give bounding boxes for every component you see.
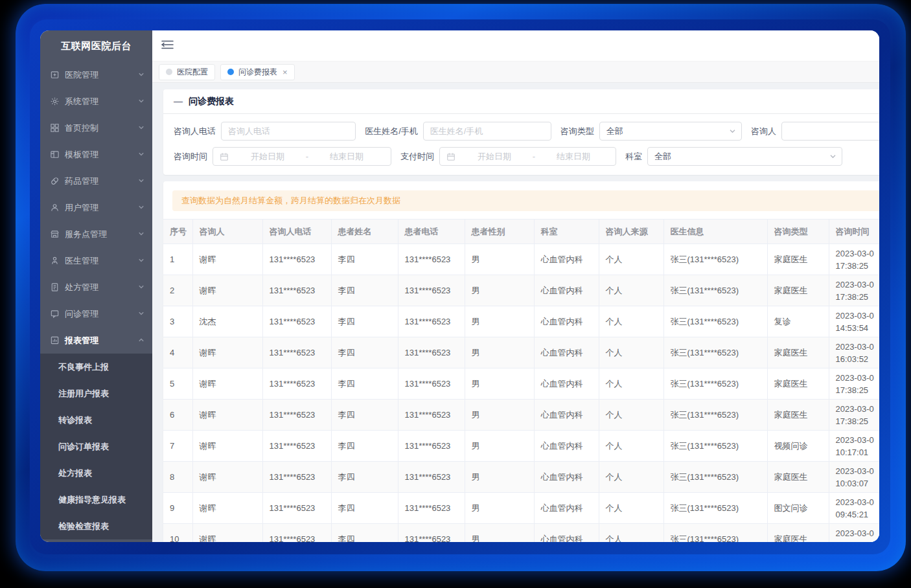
hospital-icon <box>50 70 60 80</box>
column-header: 咨询类型 <box>767 220 829 244</box>
cell-department: 心血管内科 <box>534 368 599 400</box>
cell-patient-phone: 131****6523 <box>398 431 465 462</box>
page-title: 问诊费报表 <box>189 96 234 107</box>
consultant-phone-label: 咨询人电话 <box>174 126 216 137</box>
table-row: 2谢晖131****6523李四131****6523男心血管内科个人张三(13… <box>163 275 879 306</box>
tab-close-icon[interactable]: × <box>283 68 288 76</box>
consultant-source-label: 咨询人 <box>751 126 776 137</box>
cell-type: 家庭医生 <box>767 244 829 275</box>
cell-consultant-phone: 131****6523 <box>262 306 331 337</box>
cell-patient-name: 李四 <box>331 275 398 306</box>
cell-doctor: 张三(131****6523) <box>663 244 767 275</box>
cell-patient-phone: 131****6523 <box>398 368 465 400</box>
cell-type: 家庭医生 <box>767 368 829 400</box>
cell-consultant: 谢晖 <box>192 244 262 275</box>
sidebar-subitem[interactable]: 问诊订单报表 <box>40 433 152 460</box>
tab[interactable]: 医院配置 <box>159 64 215 80</box>
sidebar-item-gear[interactable]: 系统管理 <box>40 88 152 115</box>
topbar <box>152 30 879 62</box>
cell-patient-name: 李四 <box>331 244 398 275</box>
cell-department: 心血管内科 <box>534 244 599 275</box>
cell-source: 个人 <box>599 275 663 306</box>
cell-patient-phone: 131****6523 <box>398 524 465 543</box>
sidebar-item-shop[interactable]: 服务点管理 <box>40 221 152 247</box>
cell-patient-gender: 男 <box>465 306 534 337</box>
cell-patient-name: 李四 <box>331 337 398 368</box>
department-select[interactable]: 全部 <box>647 147 842 166</box>
sidebar-item-consultation[interactable]: 问诊管理 <box>40 300 152 327</box>
pay-time-label: 支付时间 <box>400 151 434 163</box>
cell-seq: 8 <box>163 462 192 493</box>
tab-status-dot <box>166 69 172 75</box>
sidebar-subitem[interactable]: 不良事件上报 <box>40 354 152 380</box>
cell-consultant-phone: 131****6523 <box>262 431 331 462</box>
sidebar-subitem[interactable]: 检验检查报表 <box>40 513 152 539</box>
sidebar-item-pill[interactable]: 药品管理 <box>40 168 152 194</box>
tab[interactable]: 问诊费报表 × <box>220 64 295 80</box>
user-icon <box>50 203 60 213</box>
sidebar: 互联网医院后台 医院管理 系统管理 首页控制 模板管理 药品管理 <box>40 30 152 542</box>
column-header: 科室 <box>534 220 599 244</box>
prescription-icon <box>50 282 60 293</box>
sidebar-item-prescription[interactable]: 处方管理 <box>40 274 152 300</box>
filters: 咨询人电话 医生姓名/手机 咨询类型 全部 <box>163 114 879 175</box>
chevron-down-icon <box>829 153 836 160</box>
sidebar-item-hospital[interactable]: 医院管理 <box>40 62 152 88</box>
cell-type: 图文问诊 <box>767 493 829 524</box>
table-row: 5谢晖131****6523李四131****6523男心血管内科个人张三(13… <box>163 368 879 400</box>
collapse-panel-icon[interactable]: — <box>174 96 183 107</box>
sidebar-item-user[interactable]: 用户管理 <box>40 194 152 221</box>
cell-patient-name: 李四 <box>331 524 398 543</box>
sidebar-subitem[interactable]: 转诊报表 <box>40 407 152 433</box>
filter-consultant-phone: 咨询人电话 <box>174 122 365 141</box>
sidebar-item-grid[interactable]: 首页控制 <box>40 115 152 141</box>
cell-seq: 9 <box>163 493 192 524</box>
cell-doctor: 张三(131****6523) <box>663 524 767 543</box>
consultant-phone-input[interactable] <box>221 122 356 141</box>
cell-patient-gender: 男 <box>465 275 534 306</box>
column-header: 咨询人 <box>192 220 262 244</box>
sidebar-subitem[interactable]: 注册用户报表 <box>40 380 152 407</box>
sidebar-subitem[interactable]: 健康指导意见报表 <box>40 486 152 513</box>
cell-source: 个人 <box>599 493 663 524</box>
filter-department: 科室 全部 <box>625 147 851 166</box>
chevron-icon <box>138 309 144 319</box>
cell-type: 复诊 <box>767 306 829 337</box>
cell-seq: 1 <box>163 244 192 275</box>
sidebar-subitem[interactable]: 处方报表 <box>40 460 152 486</box>
cell-doctor: 张三(131****6523) <box>663 306 767 337</box>
chevron-icon <box>138 229 144 239</box>
filter-row-1: 咨询人电话 医生姓名/手机 咨询类型 全部 <box>174 122 879 141</box>
filter-consult-time: 咨询时间 开始日期 - 结束日期 <box>174 147 400 166</box>
collapse-sidebar-icon[interactable] <box>161 40 174 52</box>
cell-consultant-phone: 131****6523 <box>262 275 331 306</box>
content: — 问诊费报表 咨询人电话 医生姓名/手机 <box>152 83 879 542</box>
filter-card: — 问诊费报表 咨询人电话 医生姓名/手机 <box>163 89 879 175</box>
cell-consultant-phone: 131****6523 <box>262 524 331 543</box>
consult-time-daterange[interactable]: 开始日期 - 结束日期 <box>213 147 391 166</box>
sidebar-item-doctor[interactable]: 医生管理 <box>40 247 152 274</box>
sidebar-item-template[interactable]: 模板管理 <box>40 141 152 168</box>
cell-consult-time: 2023-03-017:38:25 <box>829 524 879 543</box>
report-table: 序号咨询人咨询人电话患者姓名患者电话患者性别科室咨询人来源医生信息咨询类型咨询时… <box>163 219 879 542</box>
pay-time-daterange[interactable]: 开始日期 - 结束日期 <box>439 147 616 166</box>
app-window: 互联网医院后台 医院管理 系统管理 首页控制 模板管理 药品管理 <box>40 30 879 542</box>
table-row: 8谢晖131****6523李四131****6523男心血管内科个人张三(13… <box>163 462 879 493</box>
doctor-input[interactable] <box>423 122 551 141</box>
cell-seq: 2 <box>163 275 192 306</box>
table-row: 4谢晖131****6523李四131****6523男心血管内科个人张三(13… <box>163 337 879 368</box>
cell-consult-time: 2023-03-017:38:25 <box>829 275 879 306</box>
calendar-icon <box>446 152 455 161</box>
decorative-frame: 互联网医院后台 医院管理 系统管理 首页控制 模板管理 药品管理 <box>0 0 911 588</box>
cell-patient-name: 李四 <box>331 400 398 431</box>
column-header: 患者姓名 <box>331 220 398 244</box>
cell-seq: 10 <box>163 524 192 543</box>
sidebar-item-report-chart[interactable]: 报表管理 <box>40 327 152 354</box>
table-row: 6谢晖131****6523李四131****6523男心血管内科个人张三(13… <box>163 400 879 431</box>
cell-consult-time: 2023-03-010:17:01 <box>829 431 879 462</box>
consult-type-select[interactable]: 全部 <box>599 122 742 141</box>
consultant-source-select[interactable] <box>781 122 879 141</box>
cell-patient-name: 李四 <box>331 493 398 524</box>
column-header: 患者电话 <box>398 220 465 244</box>
tab-status-dot <box>227 69 234 75</box>
